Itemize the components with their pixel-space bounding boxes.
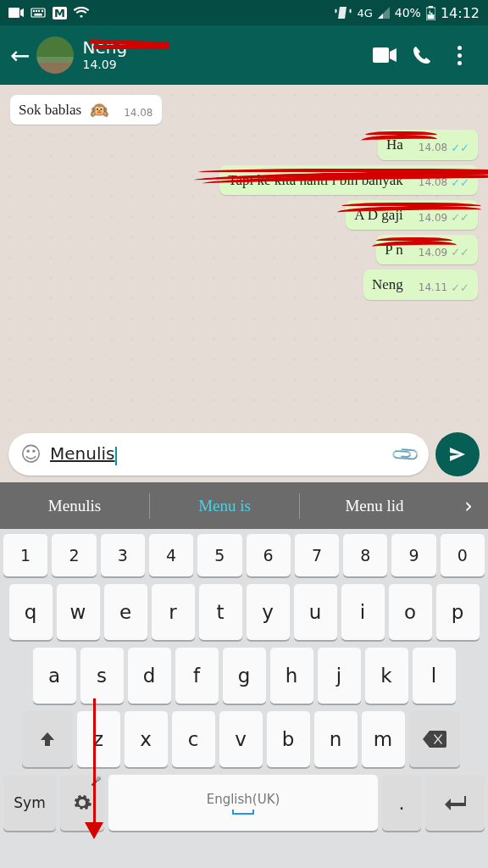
key-2[interactable]: 2 — [52, 534, 96, 576]
key-h[interactable]: h — [270, 648, 313, 704]
suggestion-more-button[interactable]: › — [449, 494, 488, 518]
message-out[interactable]: Tapi ke kita nanti l bih banyak 14.08✓✓ — [10, 165, 478, 195]
last-seen: 14.09 — [82, 58, 366, 71]
key-0[interactable]: 0 — [441, 534, 485, 576]
bottom-row: Sym 🎤 English(UK) . — [3, 775, 485, 831]
key-t[interactable]: t — [199, 584, 242, 640]
key-1[interactable]: 1 — [3, 534, 47, 576]
key-9[interactable]: 9 — [391, 534, 435, 576]
key-b[interactable]: b — [267, 711, 310, 767]
key-u[interactable]: u — [294, 584, 337, 640]
svg-rect-10 — [373, 47, 389, 63]
message-text: Neng — [372, 275, 403, 293]
key-r[interactable]: r — [152, 584, 195, 640]
back-button[interactable]: ← — [10, 42, 30, 70]
key-a[interactable]: a — [33, 648, 76, 704]
key-c[interactable]: c — [172, 711, 215, 767]
chat-header: ← Neng 14.09 — [0, 25, 488, 85]
suggestion-item[interactable]: Menu is — [150, 497, 299, 515]
clock-label: 14:12 — [441, 5, 480, 21]
key-e[interactable]: e — [104, 584, 147, 640]
message-time: 14.08 — [124, 107, 152, 119]
voice-call-button[interactable] — [403, 36, 441, 74]
battery-label: 40% — [395, 6, 421, 19]
message-out[interactable]: Ha 14.08✓✓ — [10, 130, 478, 159]
key-z[interactable]: z — [77, 711, 120, 767]
mic-icon: 🎤 — [91, 776, 101, 786]
enter-key[interactable] — [425, 775, 485, 831]
message-out[interactable]: Neng 14.11✓✓ — [10, 270, 478, 299]
key-v[interactable]: v — [219, 711, 263, 767]
send-button[interactable] — [435, 432, 480, 476]
key-6[interactable]: 6 — [247, 534, 291, 576]
read-ticks-icon: ✓✓ — [451, 246, 469, 259]
keyboard-status-icon — [30, 8, 46, 18]
letter-row-3: z x c v b n m — [3, 711, 485, 767]
shift-key[interactable] — [22, 711, 73, 767]
letter-row-2: a s d f g h j k l — [3, 648, 485, 704]
signal-icon — [378, 7, 390, 19]
key-5[interactable]: 5 — [197, 534, 241, 576]
read-ticks-icon: ✓✓ — [451, 142, 469, 154]
letter-row-1: q w e r t y u i o p — [3, 584, 485, 640]
gmail-icon: M — [53, 7, 67, 19]
input-pill: ☺ Menulis 📎 — [8, 433, 429, 476]
sym-key[interactable]: Sym — [3, 775, 56, 831]
message-input[interactable]: Menulis — [50, 443, 385, 465]
redaction-scribble — [365, 131, 437, 140]
key-8[interactable]: 8 — [343, 534, 387, 576]
key-3[interactable]: 3 — [101, 534, 145, 576]
key-s[interactable]: s — [80, 648, 124, 704]
camera-icon — [8, 8, 24, 18]
space-key[interactable]: English(UK) — [108, 775, 378, 831]
message-out[interactable]: A D gaji 14.09✓✓ — [10, 200, 478, 230]
more-menu-button[interactable] — [441, 36, 478, 74]
message-time: 14.11 — [419, 281, 447, 293]
key-m[interactable]: m — [362, 711, 405, 767]
keyboard: 1 2 3 4 5 6 7 8 9 0 q w e r t y u i o p … — [0, 529, 488, 868]
svg-rect-0 — [8, 8, 19, 18]
vibrate-icon — [335, 6, 352, 19]
message-out[interactable]: P n 14.09✓✓ — [10, 235, 478, 264]
status-bar: M 4G 40% 14:12 — [0, 0, 488, 25]
key-f[interactable]: f — [175, 648, 219, 704]
redaction-scribble — [341, 203, 481, 211]
key-j[interactable]: j — [318, 648, 361, 704]
suggestion-bar: Menulis Menu is Menu lid › — [0, 482, 488, 529]
backspace-key[interactable] — [409, 711, 460, 767]
attach-button[interactable]: 📎 — [390, 439, 421, 470]
battery-icon — [426, 6, 435, 20]
key-7[interactable]: 7 — [295, 534, 339, 576]
suggestion-item[interactable]: Menu lid — [300, 497, 449, 515]
key-i[interactable]: i — [341, 584, 385, 640]
emoji-button[interactable]: ☺ — [20, 442, 42, 466]
avatar[interactable] — [36, 36, 74, 74]
message-in[interactable]: Sok bablas 🙉 14.08 — [10, 95, 478, 125]
key-k[interactable]: k — [365, 648, 408, 704]
suggestion-item[interactable]: Menulis — [0, 497, 149, 515]
period-key[interactable]: . — [382, 775, 421, 831]
key-d[interactable]: d — [128, 648, 171, 704]
svg-rect-6 — [35, 14, 42, 16]
chat-area[interactable]: Sok bablas 🙉 14.08 Ha 14.08✓✓ Tapi ke ki… — [0, 85, 488, 426]
wifi-icon — [74, 7, 89, 19]
key-g[interactable]: g — [223, 648, 266, 704]
key-y[interactable]: y — [247, 584, 290, 640]
monkey-emoji: 🙉 — [90, 101, 108, 119]
network-label: 4G — [357, 7, 372, 19]
video-call-button[interactable] — [366, 36, 403, 74]
key-n[interactable]: n — [314, 711, 358, 767]
number-row: 1 2 3 4 5 6 7 8 9 0 — [3, 534, 485, 576]
svg-point-3 — [36, 10, 36, 11]
key-4[interactable]: 4 — [149, 534, 193, 576]
key-q[interactable]: q — [9, 584, 53, 640]
settings-key[interactable]: 🎤 — [60, 775, 104, 831]
read-ticks-icon: ✓✓ — [451, 281, 469, 294]
redaction-scribble — [376, 237, 452, 246]
key-w[interactable]: w — [57, 584, 100, 640]
input-bar: ☺ Menulis 📎 — [0, 426, 488, 482]
key-l[interactable]: l — [413, 648, 456, 704]
key-x[interactable]: x — [125, 711, 168, 767]
key-o[interactable]: o — [389, 584, 432, 640]
key-p[interactable]: p — [436, 584, 480, 640]
